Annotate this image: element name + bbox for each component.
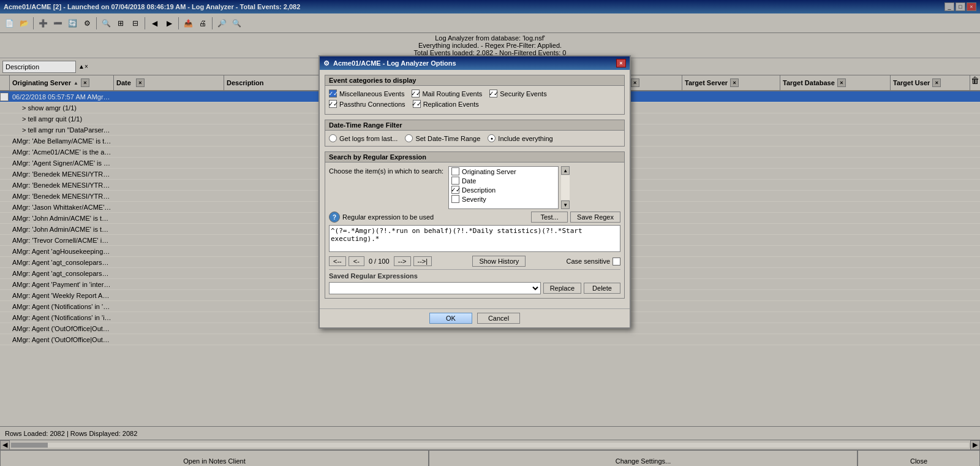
cb-replication-box[interactable]: ✓ [413, 100, 421, 108]
regex-test-button[interactable]: Test... [531, 212, 568, 223]
modal-close-button[interactable]: × [616, 59, 626, 67]
regex-section-title: Search by Regular Expression [325, 152, 624, 162]
regex-scroll-up[interactable]: ▲ [561, 166, 570, 175]
modal-title: ⚙ Acme01/ACME - Log Analyzer Options [323, 59, 456, 67]
regex-section-content: Choose the item(s) in which to search: O… [325, 162, 624, 298]
regex-input-label-row: ? Regular expression to be used Test... … [329, 212, 620, 223]
cb-replication-label: Replication Events [423, 101, 479, 108]
case-sensitive-label: Case sensitive [566, 258, 610, 265]
regex-info-button[interactable]: ? [329, 212, 340, 223]
cb-mail-routing-label: Mail Routing Events [422, 90, 482, 97]
modal-footer: OK Cancel [320, 308, 630, 327]
nav-prev-btn[interactable]: <- [349, 256, 364, 266]
regex-label-severity: Severity [462, 196, 486, 203]
regex-section-box: Search by Regular Expression Choose the … [325, 151, 625, 299]
regex-list-wrapper: Originating Server Date ✓ Description [448, 166, 620, 209]
saved-regex-row: Replace Delete [329, 282, 620, 294]
rb-include-all-label: Include everything [498, 135, 552, 142]
cb-security-label: Security Events [500, 90, 546, 97]
rb-set-range-btn[interactable] [405, 134, 413, 142]
nav-count: 0 / 100 [367, 258, 391, 265]
regex-textarea[interactable]: ^(?=.*Amgr)(?!.*run on behalf)(?!.*Daily… [329, 225, 620, 252]
show-history-button[interactable]: Show History [472, 256, 526, 267]
regex-input-label: Regular expression to be used [342, 213, 434, 221]
cancel-button[interactable]: Cancel [477, 313, 520, 324]
nav-last-btn[interactable]: -->| [413, 256, 432, 266]
cb-passthru-box[interactable]: ✓ [329, 100, 337, 108]
regex-choose-label: Choose the item(s) in which to search: [329, 166, 443, 175]
regex-scroll-down[interactable]: ▼ [561, 201, 570, 209]
cb-mail-routing-box[interactable]: ✓ [412, 90, 420, 97]
datetime-filter-content: Get logs from last... Set Date-Time Rang… [325, 131, 624, 146]
replace-button[interactable]: Replace [543, 283, 581, 294]
rb-include-all-btn[interactable] [488, 134, 496, 142]
regex-item-desc[interactable]: ✓ Description [449, 185, 558, 194]
regex-cb-orig[interactable] [451, 167, 459, 175]
cb-replication[interactable]: ✓ Replication Events [413, 100, 479, 108]
regex-cb-severity[interactable] [451, 195, 459, 203]
regex-cb-desc[interactable]: ✓ [451, 186, 459, 194]
rb-get-logs[interactable]: Get logs from last... [329, 134, 398, 142]
cb-security-box[interactable]: ✓ [489, 90, 497, 97]
case-sensitive-row: Case sensitive [566, 258, 620, 265]
modal-body: Event categories to display ✓ Miscellane… [320, 70, 630, 308]
cb-passthru[interactable]: ✓ Passthru Connections [329, 100, 405, 108]
modal-icon: ⚙ [323, 59, 330, 67]
event-categories-content: ✓ Miscellaneous Events ✓ Mail Routing Ev… [325, 86, 624, 114]
nav-next-btn[interactable]: --> [394, 256, 411, 266]
regex-item-orig[interactable]: Originating Server [449, 167, 558, 176]
rb-get-logs-label: Get logs from last... [339, 135, 398, 142]
delete-button[interactable]: Delete [584, 283, 620, 294]
case-sensitive-checkbox[interactable] [612, 258, 620, 265]
saved-regex-title: Saved Regular Expressions [329, 269, 620, 280]
modal-overlay: ⚙ Acme01/ACME - Log Analyzer Options × E… [0, 0, 980, 466]
rb-set-range[interactable]: Set Date-Time Range [405, 134, 480, 142]
event-categories-row1: ✓ Miscellaneous Events ✓ Mail Routing Ev… [329, 90, 620, 97]
ok-button[interactable]: OK [429, 313, 472, 324]
event-categories-title: Event categories to display [325, 75, 624, 86]
cb-passthru-label: Passthru Connections [339, 101, 405, 108]
saved-regex-section: Saved Regular Expressions Replace Delete [329, 269, 620, 294]
nav-first-btn[interactable]: <-- [329, 256, 346, 266]
cb-mail-routing[interactable]: ✓ Mail Routing Events [412, 90, 482, 97]
regex-item-severity[interactable]: Severity [449, 194, 558, 204]
datetime-radio-row: Get logs from last... Set Date-Time Rang… [329, 134, 620, 142]
rb-set-range-label: Set Date-Time Range [415, 135, 480, 142]
event-categories-section: Event categories to display ✓ Miscellane… [325, 75, 625, 115]
regex-choose-row: Choose the item(s) in which to search: O… [329, 166, 620, 209]
modal-title-bar: ⚙ Acme01/ACME - Log Analyzer Options × [320, 56, 630, 70]
regex-list-box[interactable]: Originating Server Date ✓ Description [448, 166, 559, 209]
datetime-filter-section: Date-Time Range Filter Get logs from las… [325, 120, 625, 147]
nav-row: <-- <- 0 / 100 --> -->| Show History Cas… [329, 256, 620, 267]
regex-cb-date[interactable] [451, 177, 459, 185]
regex-label-desc: Description [462, 186, 496, 194]
regex-item-date[interactable]: Date [449, 176, 558, 185]
rb-get-logs-btn[interactable] [329, 134, 337, 142]
regex-label-date: Date [462, 177, 476, 185]
regex-scroll-track [561, 175, 570, 200]
saved-regex-select[interactable] [329, 282, 541, 294]
datetime-filter-title: Date-Time Range Filter [325, 120, 624, 131]
cb-security[interactable]: ✓ Security Events [489, 90, 546, 97]
cb-miscellaneous-box[interactable]: ✓ [329, 90, 337, 97]
cb-miscellaneous-label: Miscellaneous Events [339, 90, 404, 97]
regex-save-button[interactable]: Save Regex [570, 212, 620, 223]
regex-list-scrollbar[interactable]: ▲ ▼ [561, 166, 570, 209]
modal-dialog: ⚙ Acme01/ACME - Log Analyzer Options × E… [318, 55, 631, 329]
regex-label-orig: Originating Server [462, 168, 516, 175]
rb-include-all[interactable]: Include everything [488, 134, 552, 142]
cb-miscellaneous[interactable]: ✓ Miscellaneous Events [329, 90, 404, 97]
event-categories-row2: ✓ Passthru Connections ✓ Replication Eve… [329, 100, 620, 108]
